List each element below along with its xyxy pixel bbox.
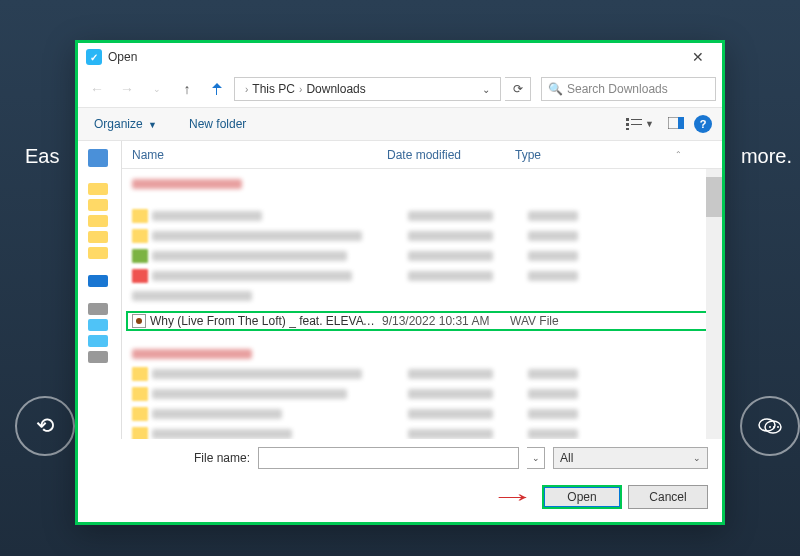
list-item[interactable] [132,287,712,305]
list-item[interactable] [132,175,712,193]
list-item[interactable] [132,267,712,285]
svg-point-3 [773,426,775,428]
filename-dropdown[interactable]: ⌄ [527,447,545,469]
breadcrumb-thispc[interactable]: This PC [252,82,295,96]
tree-item[interactable] [88,231,108,243]
search-icon: 🔍 [548,82,563,96]
list-item[interactable] [132,345,712,363]
column-date[interactable]: Date modified [387,148,515,162]
chevron-down-icon: ⌄ [693,453,701,463]
close-button[interactable]: ✕ [682,49,714,65]
scrollbar[interactable] [706,169,722,439]
background-text-left: Eas [25,145,59,168]
scroll-thumb[interactable] [706,177,722,217]
chevron-down-icon: ▼ [148,120,157,130]
list-item[interactable] [132,207,712,225]
svg-rect-6 [631,119,642,120]
tree-item[interactable] [88,215,108,227]
toolbar: Organize ▼ New folder ▼ ? [78,107,722,141]
refresh-button[interactable]: ⟳ [505,77,531,101]
recent-dropdown[interactable]: ⌄ [144,76,170,102]
selected-file-name: Why (Live From The Loft) _ feat. ELEVATI… [150,314,382,328]
preview-pane-button[interactable] [664,114,688,134]
tree-item[interactable] [88,303,108,315]
list-item[interactable] [132,227,712,245]
svg-point-4 [777,426,779,428]
file-filter-select[interactable]: All ⌄ [553,447,708,469]
svg-rect-9 [626,128,629,130]
preview-icon [668,117,684,129]
svg-point-2 [769,426,771,428]
svg-rect-11 [678,117,684,129]
file-open-dialog: ✓ Open ✕ ← → ⌄ ↑ › This PC › Downloads ⌄… [75,40,725,525]
column-name[interactable]: Name [132,148,387,162]
open-button[interactable]: Open [542,485,622,509]
sort-indicator-icon: ⌃ [675,150,682,159]
tree-item[interactable] [88,275,108,287]
breadcrumb-dropdown[interactable]: ⌄ [478,84,494,95]
chevron-down-icon: ▼ [645,119,654,129]
search-placeholder: Search Downloads [567,82,668,96]
navigation-bar: ← → ⌄ ↑ › This PC › Downloads ⌄ ⟳ 🔍 Sear… [78,71,722,107]
tree-item[interactable] [88,351,108,363]
list-item[interactable] [132,247,712,265]
file-list-area: Name Date modified Type ⌃ Why (Live From… [122,141,722,439]
breadcrumb[interactable]: › This PC › Downloads ⌄ [234,77,501,101]
tree-item[interactable] [88,319,108,331]
nav-tree[interactable] [78,141,122,439]
up-button[interactable]: ↑ [174,76,200,102]
selected-file-row[interactable]: Why (Live From The Loft) _ feat. ELEVATI… [126,311,718,331]
background-text-right: more. [741,145,792,168]
cancel-button[interactable]: Cancel [628,485,708,509]
list-item[interactable] [132,365,712,383]
list-header: Name Date modified Type ⌃ [122,141,722,169]
column-type[interactable]: Type [515,148,675,162]
content-area: Name Date modified Type ⌃ Why (Live From… [78,141,722,439]
svg-rect-5 [626,118,629,121]
tree-item[interactable] [88,183,108,195]
tree-item[interactable] [88,247,108,259]
filename-label: File name: [92,451,250,465]
selected-file-type: WAV File [510,314,559,328]
bg-undo-icon: ⟲ [15,396,75,456]
file-list[interactable]: Why (Live From The Loft) _ feat. ELEVATI… [122,169,722,439]
titlebar: ✓ Open ✕ [78,43,722,71]
search-input[interactable]: 🔍 Search Downloads [541,77,716,101]
annotation-arrow-icon: → [490,481,537,512]
help-button[interactable]: ? [694,115,712,133]
wav-file-icon [132,314,146,328]
list-item[interactable] [132,405,712,423]
list-view-icon [626,118,642,130]
list-item[interactable] [132,425,712,439]
svg-rect-7 [626,123,629,126]
filename-input[interactable] [258,447,519,469]
app-icon: ✓ [86,49,102,65]
bg-chat-icon [740,396,800,456]
bottom-area: File name: ⌄ All ⌄ → Open Cancel [78,439,722,522]
selected-file-date: 9/13/2022 10:31 AM [382,314,510,328]
organize-menu[interactable]: Organize ▼ [88,113,163,135]
chevron-right-icon: › [299,84,302,95]
tree-item[interactable] [88,335,108,347]
filename-row: File name: ⌄ All ⌄ [92,447,708,469]
tree-item[interactable] [88,149,108,167]
pin-icon [204,76,230,102]
button-row: → Open Cancel [92,481,708,512]
forward-button[interactable]: → [114,76,140,102]
view-options-button[interactable]: ▼ [622,116,658,132]
chevron-right-icon: › [245,84,248,95]
dialog-title: Open [108,50,137,64]
tree-item[interactable] [88,199,108,211]
svg-rect-8 [631,124,642,125]
back-button[interactable]: ← [84,76,110,102]
breadcrumb-downloads[interactable]: Downloads [306,82,365,96]
new-folder-button[interactable]: New folder [183,113,252,135]
list-item[interactable] [132,385,712,403]
